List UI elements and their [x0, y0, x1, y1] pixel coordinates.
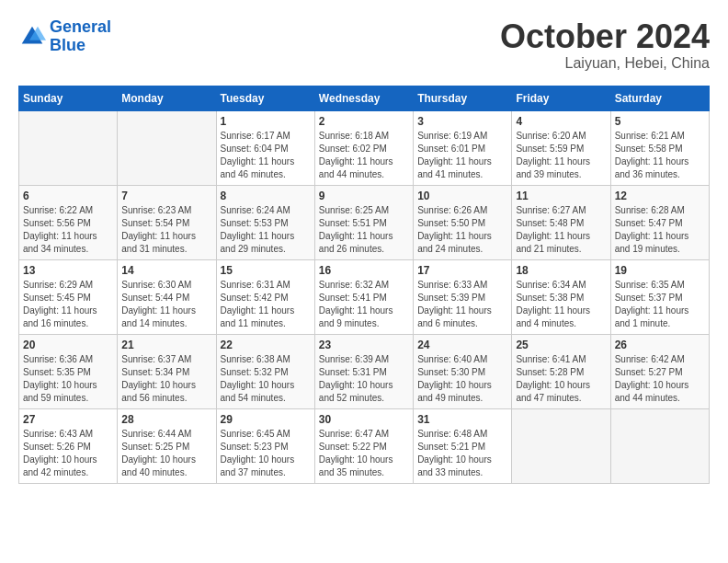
calendar-cell: 20Sunrise: 6:36 AMSunset: 5:35 PMDayligh… — [19, 334, 118, 408]
day-content: Sunrise: 6:44 AMSunset: 5:25 PMDaylight:… — [121, 428, 211, 479]
header-cell-sunday: Sunday — [19, 86, 118, 110]
day-number: 20 — [23, 339, 113, 351]
day-number: 22 — [221, 339, 311, 351]
week-row-3: 13Sunrise: 6:29 AMSunset: 5:45 PMDayligh… — [19, 259, 710, 334]
day-number: 11 — [516, 190, 606, 202]
week-row-4: 20Sunrise: 6:36 AMSunset: 5:35 PMDayligh… — [19, 334, 710, 408]
calendar-cell: 22Sunrise: 6:38 AMSunset: 5:32 PMDayligh… — [216, 334, 314, 408]
week-row-2: 6Sunrise: 6:22 AMSunset: 5:56 PMDaylight… — [19, 185, 710, 259]
calendar-title: October 2024 — [500, 18, 710, 55]
calendar-cell: 18Sunrise: 6:34 AMSunset: 5:38 PMDayligh… — [512, 259, 610, 334]
header-row: SundayMondayTuesdayWednesdayThursdayFrid… — [19, 86, 710, 110]
day-number: 15 — [221, 264, 311, 277]
day-content: Sunrise: 6:47 AMSunset: 5:22 PMDaylight:… — [319, 428, 409, 479]
logo-icon — [18, 23, 46, 51]
calendar-cell — [19, 110, 118, 185]
week-row-5: 27Sunrise: 6:43 AMSunset: 5:26 PMDayligh… — [19, 408, 710, 483]
day-number: 7 — [121, 190, 211, 202]
day-number: 14 — [121, 264, 211, 277]
calendar-cell: 8Sunrise: 6:24 AMSunset: 5:53 PMDaylight… — [216, 185, 314, 259]
calendar-cell — [118, 110, 216, 185]
calendar-cell: 26Sunrise: 6:42 AMSunset: 5:27 PMDayligh… — [610, 334, 709, 408]
day-content: Sunrise: 6:28 AMSunset: 5:47 PMDaylight:… — [615, 204, 705, 256]
day-number: 25 — [516, 339, 606, 351]
day-number: 9 — [319, 190, 409, 202]
logo-text: General Blue — [50, 18, 111, 55]
day-content: Sunrise: 6:17 AMSunset: 6:04 PMDaylight:… — [221, 130, 311, 181]
day-number: 13 — [23, 264, 113, 277]
calendar-cell: 19Sunrise: 6:35 AMSunset: 5:37 PMDayligh… — [610, 259, 709, 334]
header-cell-wednesday: Wednesday — [314, 86, 413, 110]
calendar-cell: 25Sunrise: 6:41 AMSunset: 5:28 PMDayligh… — [512, 334, 610, 408]
calendar-cell: 24Sunrise: 6:40 AMSunset: 5:30 PMDayligh… — [414, 334, 512, 408]
day-content: Sunrise: 6:26 AMSunset: 5:50 PMDaylight:… — [417, 204, 507, 256]
day-content: Sunrise: 6:48 AMSunset: 5:21 PMDaylight:… — [417, 428, 507, 479]
day-content: Sunrise: 6:23 AMSunset: 5:54 PMDaylight:… — [121, 204, 211, 256]
day-content: Sunrise: 6:21 AMSunset: 5:58 PMDaylight:… — [615, 130, 705, 181]
day-content: Sunrise: 6:25 AMSunset: 5:51 PMDaylight:… — [319, 204, 409, 256]
header-cell-thursday: Thursday — [414, 86, 512, 110]
week-row-1: 1Sunrise: 6:17 AMSunset: 6:04 PMDaylight… — [19, 110, 710, 185]
calendar-cell: 21Sunrise: 6:37 AMSunset: 5:34 PMDayligh… — [118, 334, 216, 408]
calendar-cell: 16Sunrise: 6:32 AMSunset: 5:41 PMDayligh… — [314, 259, 413, 334]
day-content: Sunrise: 6:41 AMSunset: 5:28 PMDaylight:… — [516, 353, 606, 405]
calendar-cell: 14Sunrise: 6:30 AMSunset: 5:44 PMDayligh… — [118, 259, 216, 334]
day-number: 27 — [23, 413, 113, 426]
day-content: Sunrise: 6:31 AMSunset: 5:42 PMDaylight:… — [221, 279, 311, 330]
day-content: Sunrise: 6:29 AMSunset: 5:45 PMDaylight:… — [23, 279, 113, 330]
day-number: 29 — [221, 413, 311, 426]
header-cell-saturday: Saturday — [610, 86, 709, 110]
calendar-cell: 6Sunrise: 6:22 AMSunset: 5:56 PMDaylight… — [19, 185, 118, 259]
day-number: 10 — [417, 190, 507, 202]
day-content: Sunrise: 6:24 AMSunset: 5:53 PMDaylight:… — [221, 204, 311, 256]
calendar-cell: 28Sunrise: 6:44 AMSunset: 5:25 PMDayligh… — [118, 408, 216, 483]
day-content: Sunrise: 6:43 AMSunset: 5:26 PMDaylight:… — [23, 428, 113, 479]
day-number: 31 — [417, 413, 507, 426]
calendar-cell: 12Sunrise: 6:28 AMSunset: 5:47 PMDayligh… — [610, 185, 709, 259]
calendar-cell: 30Sunrise: 6:47 AMSunset: 5:22 PMDayligh… — [314, 408, 413, 483]
calendar-cell — [512, 408, 610, 483]
calendar-cell: 3Sunrise: 6:19 AMSunset: 6:01 PMDaylight… — [414, 110, 512, 185]
day-number: 16 — [319, 264, 409, 277]
day-number: 2 — [319, 115, 409, 128]
logo-line2: Blue — [50, 36, 85, 54]
day-number: 12 — [615, 190, 705, 202]
calendar-cell: 2Sunrise: 6:18 AMSunset: 6:02 PMDaylight… — [314, 110, 413, 185]
calendar-cell: 15Sunrise: 6:31 AMSunset: 5:42 PMDayligh… — [216, 259, 314, 334]
calendar-subtitle: Laiyuan, Hebei, China — [500, 55, 710, 72]
calendar-cell: 4Sunrise: 6:20 AMSunset: 5:59 PMDaylight… — [512, 110, 610, 185]
header-cell-tuesday: Tuesday — [216, 86, 314, 110]
day-number: 18 — [516, 264, 606, 277]
calendar-cell: 1Sunrise: 6:17 AMSunset: 6:04 PMDaylight… — [216, 110, 314, 185]
day-number: 28 — [121, 413, 211, 426]
day-number: 30 — [319, 413, 409, 426]
day-content: Sunrise: 6:27 AMSunset: 5:48 PMDaylight:… — [516, 204, 606, 256]
calendar-cell: 17Sunrise: 6:33 AMSunset: 5:39 PMDayligh… — [414, 259, 512, 334]
day-number: 4 — [516, 115, 606, 128]
calendar-cell: 31Sunrise: 6:48 AMSunset: 5:21 PMDayligh… — [414, 408, 512, 483]
calendar-header: SundayMondayTuesdayWednesdayThursdayFrid… — [19, 86, 710, 110]
calendar-cell: 29Sunrise: 6:45 AMSunset: 5:23 PMDayligh… — [216, 408, 314, 483]
day-content: Sunrise: 6:42 AMSunset: 5:27 PMDaylight:… — [615, 353, 705, 405]
day-content: Sunrise: 6:19 AMSunset: 6:01 PMDaylight:… — [417, 130, 507, 181]
day-number: 6 — [23, 190, 113, 202]
day-content: Sunrise: 6:40 AMSunset: 5:30 PMDaylight:… — [417, 353, 507, 405]
day-number: 8 — [221, 190, 311, 202]
calendar-cell: 11Sunrise: 6:27 AMSunset: 5:48 PMDayligh… — [512, 185, 610, 259]
calendar-table: SundayMondayTuesdayWednesdayThursdayFrid… — [18, 86, 710, 484]
calendar-cell: 13Sunrise: 6:29 AMSunset: 5:45 PMDayligh… — [19, 259, 118, 334]
day-content: Sunrise: 6:36 AMSunset: 5:35 PMDaylight:… — [23, 353, 113, 405]
calendar-cell — [610, 408, 709, 483]
day-content: Sunrise: 6:34 AMSunset: 5:38 PMDaylight:… — [516, 279, 606, 330]
day-content: Sunrise: 6:35 AMSunset: 5:37 PMDaylight:… — [615, 279, 705, 330]
day-content: Sunrise: 6:18 AMSunset: 6:02 PMDaylight:… — [319, 130, 409, 181]
day-content: Sunrise: 6:22 AMSunset: 5:56 PMDaylight:… — [23, 204, 113, 256]
logo-line1: General — [50, 17, 111, 36]
day-number: 5 — [615, 115, 705, 128]
day-number: 17 — [417, 264, 507, 277]
day-number: 24 — [417, 339, 507, 351]
day-content: Sunrise: 6:38 AMSunset: 5:32 PMDaylight:… — [221, 353, 311, 405]
header-cell-friday: Friday — [512, 86, 610, 110]
day-content: Sunrise: 6:30 AMSunset: 5:44 PMDaylight:… — [121, 279, 211, 330]
day-content: Sunrise: 6:39 AMSunset: 5:31 PMDaylight:… — [319, 353, 409, 405]
